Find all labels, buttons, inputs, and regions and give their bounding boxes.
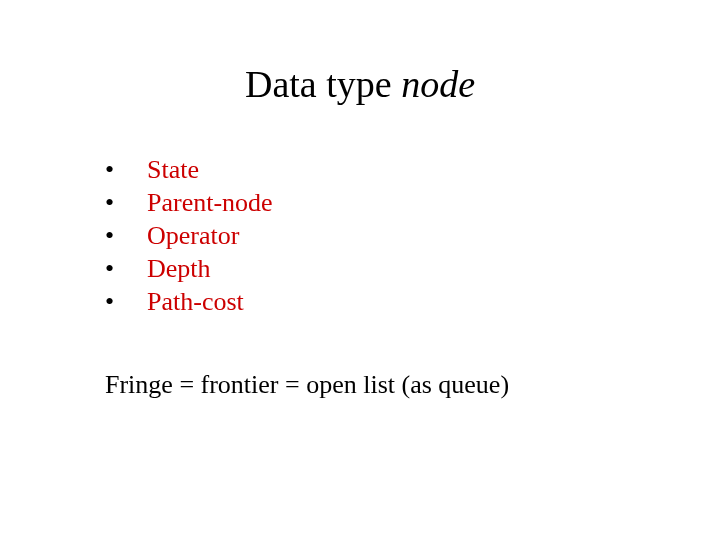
bullet-icon: • [105,188,147,218]
bullet-text: Path-cost [147,287,244,317]
list-item: • State [105,155,273,185]
bullet-icon: • [105,155,147,185]
bullet-text: State [147,155,199,185]
bullet-text: Parent-node [147,188,273,218]
title-italic: node [401,63,475,105]
bullet-icon: • [105,287,147,317]
slide-title: Data type node [0,62,720,106]
title-plain: Data type [245,63,401,105]
bullet-icon: • [105,221,147,251]
footer-note: Fringe = frontier = open list (as queue) [105,370,509,400]
list-item: • Path-cost [105,287,273,317]
list-item: • Depth [105,254,273,284]
bullet-list: • State • Parent-node • Operator • Depth… [105,155,273,320]
bullet-icon: • [105,254,147,284]
bullet-text: Depth [147,254,211,284]
list-item: • Operator [105,221,273,251]
list-item: • Parent-node [105,188,273,218]
bullet-text: Operator [147,221,239,251]
